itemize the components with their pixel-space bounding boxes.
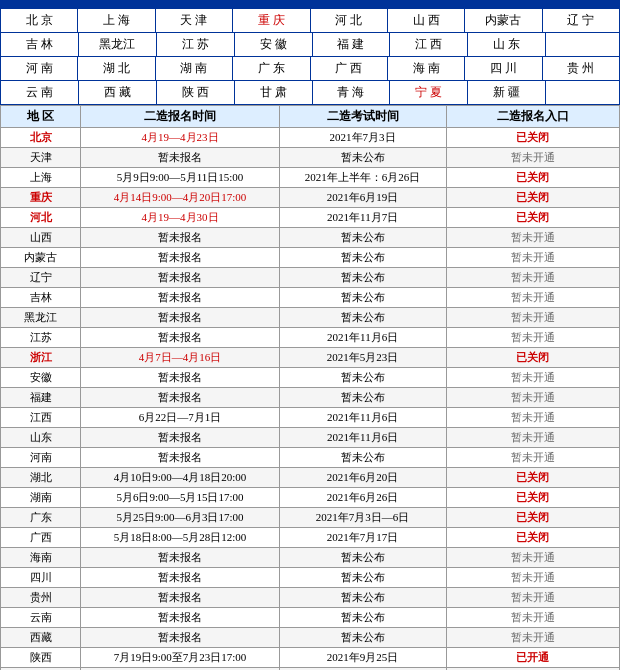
cell-reg-time: 5月25日9:00—6月3日17:00: [81, 508, 279, 528]
cell-entry: 暂未开通: [446, 148, 619, 168]
th-region: 地 区: [1, 106, 81, 128]
cell-region: 浙江: [1, 348, 81, 368]
cell-reg-time: 暂未报名: [81, 148, 279, 168]
nav-guizhou[interactable]: 贵 州: [543, 57, 620, 81]
nav-guangxi[interactable]: 广 西: [311, 57, 388, 81]
cell-entry: 已关闭: [446, 508, 619, 528]
nav-shanghai[interactable]: 上 海: [78, 9, 155, 33]
cell-region: 安徽: [1, 368, 81, 388]
cell-reg-time: 暂未报名: [81, 628, 279, 648]
nav-hebei[interactable]: 河 北: [311, 9, 388, 33]
cell-reg-time: 暂未报名: [81, 568, 279, 588]
nav-jiangxi[interactable]: 江 西: [390, 33, 468, 57]
cell-exam-time: 暂未公布: [279, 608, 446, 628]
nav-ningxia[interactable]: 宁 夏: [390, 81, 468, 105]
nav-jiangsu[interactable]: 江 苏: [157, 33, 235, 57]
table-row: 黑龙江 暂未报名 暂未公布 暂未开通: [1, 308, 620, 328]
cell-exam-time: 2021年上半年：6月26日: [279, 168, 446, 188]
cell-reg-time: 4月10日9:00—4月18日20:00: [81, 468, 279, 488]
table-row: 湖南 5月6日9:00—5月15日17:00 2021年6月26日 已关闭: [1, 488, 620, 508]
cell-entry[interactable]: 已开通: [446, 648, 619, 668]
cell-region: 河南: [1, 448, 81, 468]
table-row: 河北 4月19—4月30日 2021年11月7日 已关闭: [1, 208, 620, 228]
table-row: 贵州 暂未报名 暂未公布 暂未开通: [1, 588, 620, 608]
nav-guangdong[interactable]: 广 东: [233, 57, 310, 81]
cell-exam-time: 暂未公布: [279, 148, 446, 168]
cell-region: 陕西: [1, 648, 81, 668]
nav-heilongjiang[interactable]: 黑龙江: [79, 33, 157, 57]
cell-reg-time: 暂未报名: [81, 228, 279, 248]
table-row: 四川 暂未报名 暂未公布 暂未开通: [1, 568, 620, 588]
cell-exam-time: 暂未公布: [279, 628, 446, 648]
cell-entry: 暂未开通: [446, 568, 619, 588]
region-nav: 北 京 上 海 天 津 重 庆 河 北 山 西 内蒙古 辽 宁 吉 林 黑龙江 …: [0, 8, 620, 105]
cell-exam-time: 2021年5月23日: [279, 348, 446, 368]
table-row: 重庆 4月14日9:00—4月20日17:00 2021年6月19日 已关闭: [1, 188, 620, 208]
nav-hainan[interactable]: 海 南: [388, 57, 465, 81]
cell-exam-time: 2021年11月6日: [279, 408, 446, 428]
cell-entry: 已关闭: [446, 188, 619, 208]
nav-yunnan[interactable]: 云 南: [1, 81, 79, 105]
cell-reg-time: 4月19—4月23日: [81, 128, 279, 148]
nav-anhui[interactable]: 安 徽: [235, 33, 313, 57]
cell-exam-time: 暂未公布: [279, 568, 446, 588]
cell-region: 四川: [1, 568, 81, 588]
cell-reg-time: 5月18日8:00—5月28日12:00: [81, 528, 279, 548]
table-row: 云南 暂未报名 暂未公布 暂未开通: [1, 608, 620, 628]
nav-gansu[interactable]: 甘 肃: [235, 81, 313, 105]
cell-exam-time: 暂未公布: [279, 548, 446, 568]
cell-reg-time: 暂未报名: [81, 548, 279, 568]
cell-exam-time: 2021年7月3日: [279, 128, 446, 148]
cell-entry: 已关闭: [446, 468, 619, 488]
main-table: 地 区 二造报名时间 二造考试时间 二造报名入口 北京 4月19—4月23日 2…: [0, 105, 620, 670]
nav-fujian[interactable]: 福 建: [313, 33, 391, 57]
table-row: 北京 4月19—4月23日 2021年7月3日 已关闭: [1, 128, 620, 148]
cell-exam-time: 暂未公布: [279, 268, 446, 288]
main-title: [0, 0, 620, 8]
nav-xizang[interactable]: 西 藏: [79, 81, 157, 105]
nav-shandong[interactable]: 山 东: [468, 33, 546, 57]
cell-region: 山东: [1, 428, 81, 448]
cell-entry: 暂未开通: [446, 428, 619, 448]
cell-entry: 已关闭: [446, 348, 619, 368]
cell-reg-time: 暂未报名: [81, 308, 279, 328]
cell-reg-time: 暂未报名: [81, 608, 279, 628]
nav-xinjiang[interactable]: 新 疆: [468, 81, 546, 105]
nav-jilin[interactable]: 吉 林: [1, 33, 79, 57]
cell-region: 山西: [1, 228, 81, 248]
nav-neimenggu[interactable]: 内蒙古: [465, 9, 542, 33]
table-row: 浙江 4月7日—4月16日 2021年5月23日 已关闭: [1, 348, 620, 368]
nav-hubei[interactable]: 湖 北: [78, 57, 155, 81]
cell-reg-time: 暂未报名: [81, 248, 279, 268]
cell-entry: 已关闭: [446, 168, 619, 188]
nav-liaoning[interactable]: 辽 宁: [543, 9, 620, 33]
nav-chongqing[interactable]: 重 庆: [233, 9, 310, 33]
table-row: 山西 暂未报名 暂未公布 暂未开通: [1, 228, 620, 248]
cell-exam-time: 2021年6月26日: [279, 488, 446, 508]
nav-sichuan[interactable]: 四 川: [465, 57, 542, 81]
cell-region: 重庆: [1, 188, 81, 208]
cell-exam-time: 2021年7月3日—6日: [279, 508, 446, 528]
cell-exam-time: 暂未公布: [279, 388, 446, 408]
nav-beijing[interactable]: 北 京: [1, 9, 78, 33]
nav-shanxi[interactable]: 山 西: [388, 9, 465, 33]
nav-shaanxi[interactable]: 陕 西: [157, 81, 235, 105]
table-row: 福建 暂未报名 暂未公布 暂未开通: [1, 388, 620, 408]
table-row: 河南 暂未报名 暂未公布 暂未开通: [1, 448, 620, 468]
nav-tianjin[interactable]: 天 津: [156, 9, 233, 33]
cell-exam-time: 2021年9月25日: [279, 648, 446, 668]
cell-exam-time: 暂未公布: [279, 228, 446, 248]
table-row: 上海 5月9日9:00—5月11日15:00 2021年上半年：6月26日 已关…: [1, 168, 620, 188]
cell-entry: 暂未开通: [446, 268, 619, 288]
nav-henan[interactable]: 河 南: [1, 57, 78, 81]
cell-region: 贵州: [1, 588, 81, 608]
nav-hunan[interactable]: 湖 南: [156, 57, 233, 81]
table-row: 内蒙古 暂未报名 暂未公布 暂未开通: [1, 248, 620, 268]
nav-placeholder1: [546, 33, 620, 57]
cell-exam-time: 暂未公布: [279, 368, 446, 388]
cell-entry: 暂未开通: [446, 328, 619, 348]
nav-qinghai[interactable]: 青 海: [313, 81, 391, 105]
cell-entry: 暂未开通: [446, 628, 619, 648]
cell-region: 湖北: [1, 468, 81, 488]
cell-reg-time: 4月14日9:00—4月20日17:00: [81, 188, 279, 208]
